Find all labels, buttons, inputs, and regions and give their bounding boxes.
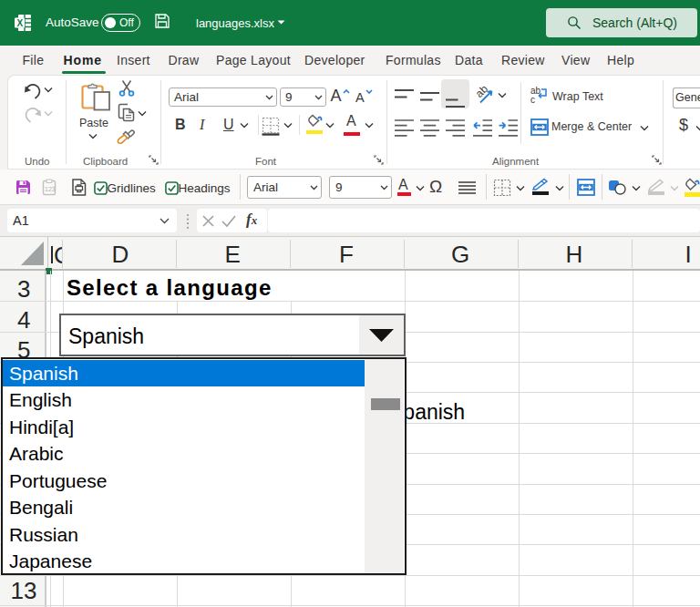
- svg-text:c: c: [530, 95, 535, 103]
- svg-text:X: X: [16, 18, 23, 28]
- svg-text:123: 123: [45, 186, 56, 192]
